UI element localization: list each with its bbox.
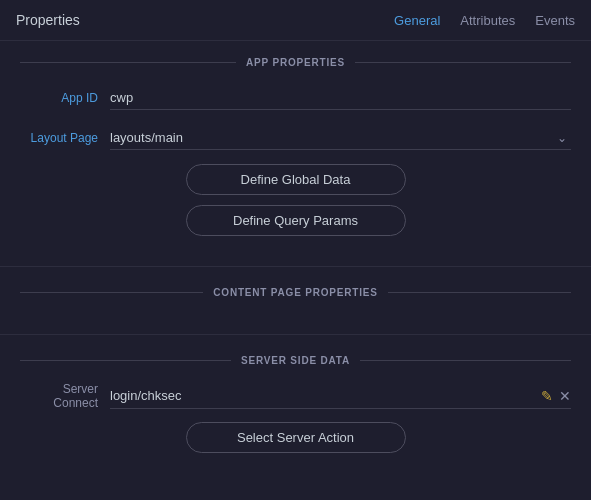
content-page-properties-title: CONTENT PAGE PROPERTIES — [213, 287, 377, 298]
app-properties-divider: APP PROPERTIES — [20, 57, 571, 68]
app-id-input[interactable] — [110, 86, 571, 110]
header-tabs: General Attributes Events — [394, 13, 575, 28]
content-page-properties-divider: CONTENT PAGE PROPERTIES — [20, 287, 571, 298]
server-connect-label: Server Connect — [20, 382, 110, 410]
panel-body: APP PROPERTIES App ID Layout Page layout… — [0, 41, 591, 500]
select-server-action-button[interactable]: Select Server Action — [186, 422, 406, 453]
define-query-params-row: Define Query Params — [20, 205, 571, 236]
tab-general[interactable]: General — [394, 13, 440, 28]
properties-panel: Properties General Attributes Events APP… — [0, 0, 591, 500]
define-query-params-button[interactable]: Define Query Params — [186, 205, 406, 236]
panel-header: Properties General Attributes Events — [0, 0, 591, 41]
app-id-row: App ID — [20, 84, 571, 112]
section-separator-1 — [0, 266, 591, 267]
define-global-data-row: Define Global Data — [20, 164, 571, 195]
section-separator-2 — [0, 334, 591, 335]
app-properties-title: APP PROPERTIES — [246, 57, 345, 68]
panel-title: Properties — [16, 12, 394, 28]
server-connect-row: Server Connect login/chksec ✎ ✕ — [20, 382, 571, 410]
server-connect-value: login/chksec — [110, 388, 541, 403]
content-page-properties-section: CONTENT PAGE PROPERTIES — [0, 271, 591, 330]
edit-icon[interactable]: ✎ — [541, 388, 553, 404]
tab-attributes[interactable]: Attributes — [460, 13, 515, 28]
select-server-action-row: Select Server Action — [20, 422, 571, 453]
divider-line-right — [355, 62, 571, 63]
server-connect-icons: ✎ ✕ — [541, 388, 571, 404]
divider-line-right-3 — [360, 360, 571, 361]
divider-line-left-3 — [20, 360, 231, 361]
divider-line-left — [20, 62, 236, 63]
layout-page-select[interactable]: layouts/main layouts/default layouts/bla… — [110, 126, 571, 149]
close-icon[interactable]: ✕ — [559, 388, 571, 404]
layout-page-row: Layout Page layouts/main layouts/default… — [20, 124, 571, 152]
layout-page-select-wrapper: layouts/main layouts/default layouts/bla… — [110, 126, 571, 150]
tab-events[interactable]: Events — [535, 13, 575, 28]
define-global-data-button[interactable]: Define Global Data — [186, 164, 406, 195]
app-id-label: App ID — [20, 91, 110, 105]
divider-line-left-2 — [20, 292, 203, 293]
server-side-data-section: SERVER SIDE DATA Server Connect login/ch… — [0, 339, 591, 479]
server-connect-field: login/chksec ✎ ✕ — [110, 384, 571, 409]
server-side-data-title: SERVER SIDE DATA — [241, 355, 350, 366]
divider-line-right-2 — [388, 292, 571, 293]
layout-page-label: Layout Page — [20, 131, 110, 145]
server-side-data-divider: SERVER SIDE DATA — [20, 355, 571, 366]
app-properties-section: APP PROPERTIES App ID Layout Page layout… — [0, 41, 591, 262]
